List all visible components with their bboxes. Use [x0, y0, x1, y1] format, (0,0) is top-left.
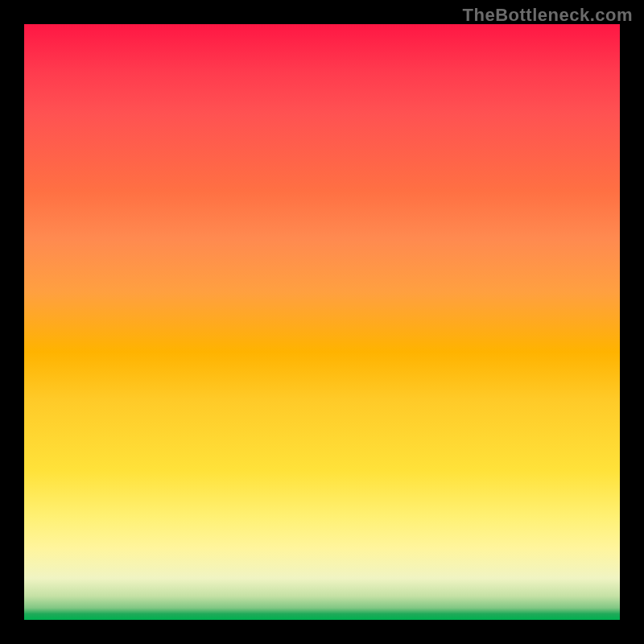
- frame-bottom: [0, 620, 644, 644]
- frame-right: [620, 0, 644, 644]
- gradient-background: [24, 24, 620, 620]
- watermark: TheBottleneck.com: [463, 5, 633, 26]
- frame-left: [0, 0, 24, 644]
- plot-area: [24, 24, 620, 620]
